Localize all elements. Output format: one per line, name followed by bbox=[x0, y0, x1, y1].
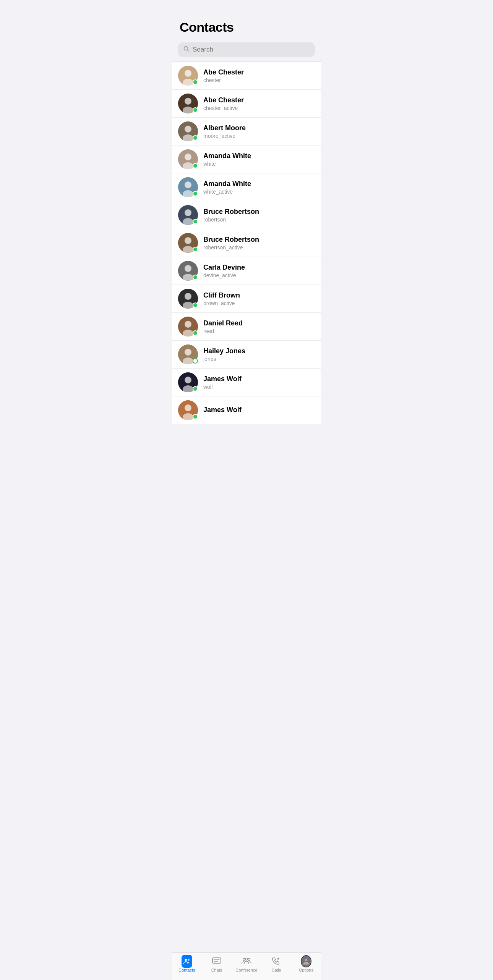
contacts-list: Abe Chesterchester Abe Chesterchester_ac… bbox=[172, 61, 321, 424]
contact-username: white_active bbox=[203, 189, 251, 195]
contact-name: James Wolf bbox=[203, 375, 242, 383]
contact-username: chester bbox=[203, 77, 244, 83]
contact-name: Hailey Jones bbox=[203, 347, 245, 355]
contact-name: Bruce Robertson bbox=[203, 236, 259, 244]
contact-username: wolf bbox=[203, 384, 242, 390]
list-item[interactable]: Cliff Brownbrown_active bbox=[172, 285, 321, 313]
contact-name: Albert Moore bbox=[203, 124, 246, 132]
avatar bbox=[178, 121, 198, 141]
avatar bbox=[178, 177, 198, 197]
page-wrapper: Contacts Abe Chesterchester Abe Chesterc… bbox=[172, 0, 321, 459]
avatar bbox=[178, 400, 198, 420]
avatar bbox=[178, 289, 198, 309]
list-item[interactable]: Abe Chesterchester bbox=[172, 62, 321, 90]
list-item[interactable]: James Wolf bbox=[172, 396, 321, 424]
svg-point-6 bbox=[185, 98, 191, 105]
status-dot bbox=[193, 79, 198, 85]
status-dot bbox=[193, 219, 198, 224]
contact-name: Amanda White bbox=[203, 152, 251, 160]
contact-name: James Wolf bbox=[203, 406, 242, 414]
avatar bbox=[178, 317, 198, 336]
contact-username: moore_active bbox=[203, 133, 246, 139]
page-title: Contacts bbox=[180, 20, 313, 35]
svg-point-12 bbox=[185, 154, 191, 160]
status-dot bbox=[193, 107, 198, 113]
contact-name: Daniel Reed bbox=[203, 319, 243, 327]
avatar bbox=[178, 344, 198, 364]
contact-username: reed bbox=[203, 328, 243, 334]
svg-point-39 bbox=[185, 404, 191, 411]
status-dot bbox=[193, 414, 198, 419]
contact-name: Abe Chester bbox=[203, 96, 244, 104]
svg-point-27 bbox=[185, 293, 191, 300]
status-dot bbox=[193, 275, 198, 280]
svg-point-36 bbox=[185, 377, 191, 383]
search-bar[interactable] bbox=[178, 42, 315, 57]
svg-point-21 bbox=[185, 237, 191, 244]
list-item[interactable]: James Wolfwolf bbox=[172, 369, 321, 396]
list-item[interactable]: Amanda Whitewhite bbox=[172, 146, 321, 173]
page-header: Contacts bbox=[172, 0, 321, 39]
list-item[interactable]: Amanda Whitewhite_active bbox=[172, 173, 321, 201]
status-dot bbox=[193, 302, 198, 308]
search-bar-container bbox=[172, 39, 321, 61]
status-dot bbox=[193, 386, 198, 391]
list-item[interactable]: Bruce Robertsonrobertson_active bbox=[172, 229, 321, 257]
contact-name: Cliff Brown bbox=[203, 291, 240, 299]
contact-name: Bruce Robertson bbox=[203, 208, 259, 216]
svg-point-33 bbox=[185, 349, 191, 356]
avatar bbox=[178, 233, 198, 253]
list-item[interactable]: Abe Chesterchester_active bbox=[172, 90, 321, 118]
avatar bbox=[178, 205, 198, 225]
contact-name: Carla Devine bbox=[203, 264, 245, 272]
svg-point-24 bbox=[185, 265, 191, 272]
avatar bbox=[178, 372, 198, 392]
avatar bbox=[178, 149, 198, 169]
list-item[interactable]: Bruce Robertsonrobertson bbox=[172, 201, 321, 229]
svg-line-1 bbox=[188, 50, 189, 52]
contact-username: devine_active bbox=[203, 272, 245, 278]
list-item[interactable]: Hailey Jonesjones bbox=[172, 341, 321, 369]
avatar bbox=[178, 94, 198, 113]
svg-point-18 bbox=[185, 209, 191, 216]
status-dot bbox=[193, 163, 198, 168]
contact-username: jones bbox=[203, 356, 245, 362]
svg-point-3 bbox=[185, 70, 191, 77]
list-item[interactable]: Albert Mooremoore_active bbox=[172, 118, 321, 146]
status-dot bbox=[193, 358, 198, 364]
svg-point-9 bbox=[185, 126, 191, 133]
contact-username: robertson bbox=[203, 217, 259, 223]
avatar bbox=[178, 66, 198, 86]
contact-username: chester_active bbox=[203, 105, 244, 111]
status-dot bbox=[193, 247, 198, 252]
list-item[interactable]: Daniel Reedreed bbox=[172, 313, 321, 341]
status-dot bbox=[193, 135, 198, 141]
status-dot bbox=[193, 330, 198, 336]
status-dot bbox=[193, 191, 198, 196]
contact-username: white bbox=[203, 161, 251, 167]
svg-point-15 bbox=[185, 181, 191, 188]
contact-name: Abe Chester bbox=[203, 68, 244, 76]
svg-point-30 bbox=[185, 321, 191, 328]
search-icon bbox=[183, 46, 190, 53]
contact-username: robertson_active bbox=[203, 244, 259, 251]
contact-username: brown_active bbox=[203, 300, 240, 306]
search-input[interactable] bbox=[193, 46, 310, 53]
list-item[interactable]: Carla Devinedevine_active bbox=[172, 257, 321, 285]
avatar bbox=[178, 261, 198, 281]
contact-name: Amanda White bbox=[203, 180, 251, 188]
